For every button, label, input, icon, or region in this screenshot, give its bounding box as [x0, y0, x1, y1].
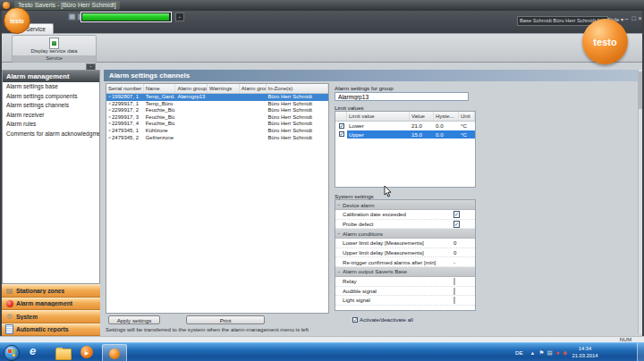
mouse-cursor: [384, 186, 392, 197]
restore-button[interactable]: □: [631, 15, 637, 22]
table-row[interactable]: ≈1992807, 1 Temp_Gard... Alarmgrp13 Büro…: [106, 94, 328, 101]
app-icon[interactable]: [3, 2, 10, 9]
nav-label: System: [16, 314, 38, 320]
prop-retrigger-alarms[interactable]: Re-trigger confirmed alarms after [min] …: [335, 257, 475, 267]
alarm-icon: [5, 299, 13, 307]
clock-time: 14:34: [569, 346, 601, 353]
show-desktop-button[interactable]: [637, 343, 644, 361]
clock[interactable]: 14:34 21.03.2014: [569, 346, 601, 359]
quick-access-icon-1[interactable]: ▤: [68, 13, 76, 21]
limit-row-upper[interactable]: ✓ Upper 15.0 0.0 °C: [335, 130, 475, 139]
collapse-icon[interactable]: −: [335, 202, 343, 207]
channel-icon: ≈: [108, 94, 111, 99]
col-unit[interactable]: Unit: [459, 112, 475, 121]
nav-alarm-management[interactable]: Alarm management: [2, 298, 100, 311]
ribbon-group-label: Service: [13, 55, 96, 62]
nav-label: Alarm management: [16, 300, 72, 306]
app-window: Testo Saveris - [Büro Herr Schmidt] test…: [0, 0, 644, 361]
table-row[interactable]: ≈2479345, 1 Kühlzone Büro Herr Schmidt: [106, 128, 328, 135]
checkbox-icon: [453, 278, 455, 285]
checkbox-icon[interactable]: ✓: [339, 131, 344, 137]
sidebar-item-alarm-settings-components[interactable]: Alarm settings components: [3, 92, 99, 102]
zones-icon: ▤: [5, 287, 13, 295]
prop-probe-defect[interactable]: Probe defect ✓: [335, 220, 475, 230]
tray-icon-2[interactable]: ▤: [547, 349, 553, 356]
sidebar-item-alarm-settings-base[interactable]: Alarm settings base: [3, 82, 99, 92]
table-row[interactable]: ≈2479345, 2 Gefrierzone Büro Herr Schmid…: [106, 135, 328, 142]
table-row[interactable]: ≈2299917, 2 Feuchte_Bü... Büro Herr Schm…: [106, 107, 328, 114]
gear-icon: ⚙: [5, 313, 13, 321]
checkbox-icon[interactable]: ✓: [339, 123, 344, 129]
channels-table: Serial number Name Alarm group Warnings …: [106, 83, 329, 314]
limit-values-label: Limit values: [335, 105, 364, 111]
col-hysteresis[interactable]: Hyste...: [434, 112, 459, 121]
start-button[interactable]: [4, 345, 20, 361]
media-player-icon[interactable]: ▶: [80, 346, 93, 358]
checkbox-icon[interactable]: ✓: [453, 211, 460, 218]
activate-all-checkbox[interactable]: ✓ Activate/deactivate all: [352, 316, 413, 323]
sidebar-item-alarm-rules[interactable]: Alarm rules: [3, 120, 99, 130]
sidebar-item-alarm-receiver[interactable]: Alarm receiver: [3, 111, 99, 121]
nav-stationary-zones[interactable]: ▤ Stationary zones: [2, 284, 100, 298]
col-serial-number[interactable]: Serial number: [106, 84, 144, 93]
apply-settings-button[interactable]: Apply settings: [108, 315, 160, 324]
ribbon-body: [0, 33, 644, 63]
nav-system[interactable]: ⚙ System: [2, 310, 100, 323]
collapse-icon[interactable]: −: [335, 231, 343, 236]
selected-limit-row[interactable]: Upper 15.0 0.0 °C: [347, 130, 475, 139]
table-row[interactable]: ≈2299917, 1 Temp_Büro Büro Herr Schmidt: [106, 101, 328, 108]
limit-row-lower[interactable]: ✓ Lower 21.0 0.0 °C: [335, 122, 475, 130]
group-alarm-conditions[interactable]: − Alarm conditions: [335, 229, 475, 239]
table-row[interactable]: ≈2299917, 3 Feuchte_Bü... Büro Herr Schm…: [106, 114, 328, 122]
minimize-button[interactable]: –: [623, 15, 630, 22]
col-in-zones[interactable]: In-Zone(s): [267, 84, 328, 93]
checkbox-icon[interactable]: ✓: [352, 317, 358, 323]
transfer-note: Settings will be transferred to the syst…: [106, 326, 309, 332]
window-frame: [0, 11, 2, 342]
tray-expand-icon[interactable]: ▴: [530, 349, 536, 356]
checkbox-icon: [453, 288, 455, 295]
tray-icon-4[interactable]: ◆: [562, 349, 568, 356]
app-menu-button[interactable]: testo: [4, 7, 30, 34]
nav-label: Automatic reports: [16, 326, 69, 332]
taskbar: e ▶ DE ▴ ⚑ ▤ ● ◆ 14:34 21.03.2014: [0, 342, 644, 361]
display-service-data-button[interactable]: Display service data: [13, 36, 96, 55]
col-alarm-group-2[interactable]: Alarm group ...: [240, 84, 267, 93]
print-button[interactable]: Print: [186, 315, 265, 324]
group-alarm-output[interactable]: − Alarm output Saveris Base: [335, 267, 475, 277]
group-name-input[interactable]: [335, 92, 469, 101]
internet-explorer-icon[interactable]: e: [30, 344, 36, 357]
collapse-icon[interactable]: −: [335, 269, 343, 274]
prop-light-signal[interactable]: Light signal: [335, 296, 475, 306]
col-warnings[interactable]: Warnings: [208, 84, 240, 93]
ribbon-group-service: Display service data Service: [12, 35, 97, 63]
nav-automatic-reports[interactable]: Automatic reports: [2, 323, 100, 337]
prop-lower-limit-delay[interactable]: Lower limit delay [Measurements] 0: [335, 239, 475, 248]
alarm-management-panel: Alarm management Alarm settings base Ala…: [2, 70, 100, 284]
col-limit-value[interactable]: Limit value: [347, 112, 410, 121]
col-value[interactable]: Value: [410, 112, 434, 121]
prop-calibration-date[interactable]: Calibration date exceeded ✓: [335, 210, 475, 220]
testo-taskbar-button[interactable]: [102, 344, 127, 361]
report-icon: [5, 325, 13, 333]
group-device-alarm[interactable]: − Device alarm: [335, 200, 475, 210]
page-title: Alarm settings channels: [104, 70, 639, 81]
display-service-data-label: Display service data: [13, 48, 96, 54]
col-name[interactable]: Name: [144, 84, 176, 93]
checkbox-icon[interactable]: ✓: [453, 221, 460, 228]
col-alarm-group[interactable]: Alarm group: [175, 84, 208, 93]
table-row[interactable]: ≈2299917, 4 Feuchte_Bü... Büro Herr Schm…: [106, 121, 328, 128]
tray-icon-3[interactable]: ●: [555, 349, 561, 356]
title-bar: Testo Saveris - [Büro Herr Schmidt]: [0, 0, 644, 11]
file-explorer-icon[interactable]: [55, 348, 72, 360]
prop-relay[interactable]: Relay: [335, 277, 475, 287]
sidebar-item-comments[interactable]: Comments for alarm acknowledgment: [3, 130, 99, 139]
channel-icon: ≈: [108, 135, 111, 140]
prop-audible-signal[interactable]: Audible signal: [335, 287, 475, 297]
clock-date: 21.03.2014: [569, 353, 601, 360]
sidebar-item-alarm-settings-channels[interactable]: Alarm settings channels: [3, 101, 99, 111]
action-center-flag-icon[interactable]: ⚑: [538, 349, 545, 356]
prop-upper-limit-delay[interactable]: Upper limit delay [Measurements] 0: [335, 248, 475, 258]
language-indicator[interactable]: DE: [515, 343, 523, 361]
limit-table-header: Limit value Value Hyste... Unit: [335, 112, 475, 122]
